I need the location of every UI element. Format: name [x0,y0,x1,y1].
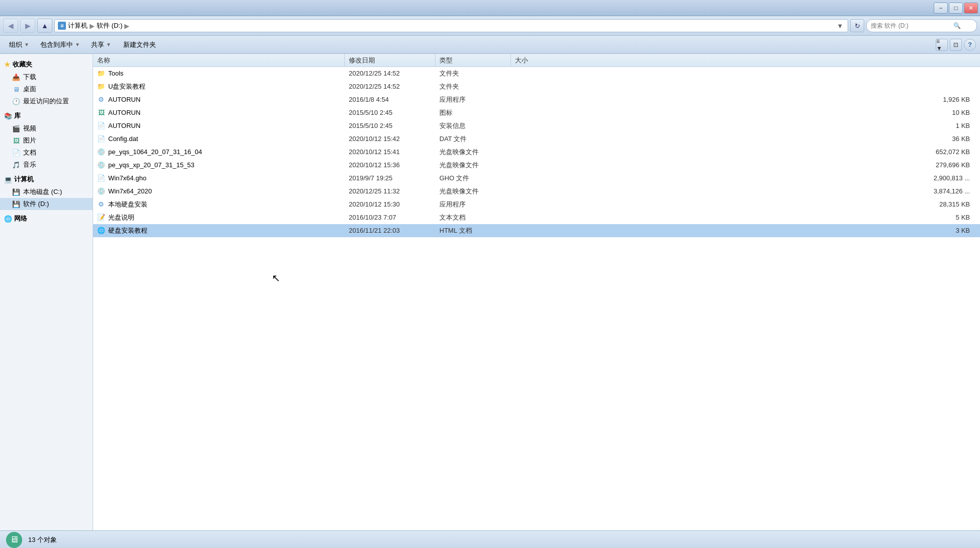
menu-bar: 组织 ▼ 包含到库中 ▼ 共享 ▼ 新建文件夹 ≡ ▼ ⊡ ? [0,36,980,54]
sidebar-item-recent[interactable]: 🕐 最近访问的位置 [0,95,93,107]
file-name-text: 光盘说明 [108,213,134,222]
table-row[interactable]: 🖼 AUTORUN 2015/5/10 2:45 图标 10 KB [93,106,980,119]
cell-size: 2,900,813 ... [511,174,980,182]
file-icon: 📄 [97,174,105,182]
hdd-d-icon: 💾 [12,200,20,208]
file-name-text: Win7x64_2020 [108,187,152,195]
file-icon: 📄 [97,122,105,130]
sidebar-drive-d-label: 软件 (D:) [23,199,49,209]
sidebar-item-drive-d[interactable]: 💾 软件 (D:) [0,198,93,210]
cell-date: 2016/1/8 4:54 [345,96,435,103]
sidebar-header-library[interactable]: 📚 库 [0,109,93,122]
file-name-text: pe_yqs_xp_20_07_31_15_53 [108,161,194,169]
cell-size: 10 KB [511,109,980,116]
menu-include-library[interactable]: 包含到库中 ▼ [35,38,85,51]
sidebar-header-computer[interactable]: 💻 计算机 [0,173,93,186]
table-row[interactable]: 💿 pe_yqs_1064_20_07_31_16_04 2020/10/12 … [93,146,980,159]
cell-size: 1 KB [511,122,980,129]
cell-date: 2019/9/7 19:25 [345,174,435,182]
col-header-size[interactable]: 大小 [511,54,980,66]
search-input[interactable] [871,22,951,29]
sidebar-download-label: 下载 [23,73,36,82]
cell-size: 5 KB [511,214,980,221]
sidebar-header-favorites[interactable]: ★ 收藏夹 [0,58,93,71]
minimize-button[interactable]: − [934,3,948,14]
sidebar-item-doc[interactable]: 📄 文档 [0,147,93,159]
sidebar-item-drive-c[interactable]: 💾 本地磁盘 (C:) [0,186,93,198]
menu-include-library-label: 包含到库中 [40,40,73,49]
cell-name: 🖼 AUTORUN [93,109,345,117]
menu-organize[interactable]: 组织 ▼ [4,38,34,51]
table-row[interactable]: 🌐 硬盘安装教程 2016/11/21 22:03 HTML 文档 3 KB [93,224,980,237]
table-row[interactable]: 📄 Config.dat 2020/10/12 15:42 DAT 文件 36 … [93,132,980,146]
cell-date: 2015/5/10 2:45 [345,122,435,129]
help-button[interactable]: ? [964,39,976,51]
cell-name: ⚙ AUTORUN [93,96,345,104]
sidebar-item-desktop[interactable]: 🖥 桌面 [0,83,93,95]
table-row[interactable]: 💿 pe_yqs_xp_20_07_31_15_53 2020/10/12 15… [93,159,980,172]
sidebar-item-video[interactable]: 🎬 视频 [0,122,93,134]
table-row[interactable]: ⚙ AUTORUN 2016/1/8 4:54 应用程序 1,926 KB [93,93,980,106]
cell-size: 28,315 KB [511,200,980,208]
cell-name: 📝 光盘说明 [93,213,345,222]
content-area: 名称 修改日期 类型 大小 📁 Tools 2020/12/25 14:52 文… [93,54,980,530]
preview-pane-button[interactable]: ⊡ [950,39,962,51]
breadcrumb-sep1: ▶ [90,22,95,30]
cell-size: 3 KB [511,227,980,234]
search-bar[interactable]: 🔍 [866,19,977,32]
cell-name: 📄 Config.dat [93,135,345,143]
table-row[interactable]: 📁 U盘安装教程 2020/12/25 14:52 文件夹 [93,80,980,93]
menu-share[interactable]: 共享 ▼ [86,38,116,51]
cell-name: 💿 pe_yqs_1064_20_07_31_16_04 [93,148,345,156]
address-bar[interactable]: 🖥 计算机 ▶ 软件 (D:) ▶ ▼ [54,19,848,32]
menu-new-folder[interactable]: 新建文件夹 [117,38,162,51]
column-header: 名称 修改日期 类型 大小 [93,54,980,67]
sidebar-desktop-label: 桌面 [23,85,36,94]
cell-date: 2020/10/12 15:42 [345,135,435,143]
col-header-type[interactable]: 类型 [435,54,511,66]
file-icon: 💿 [97,161,105,169]
forward-button[interactable]: ▶ [20,19,35,33]
table-row[interactable]: 📄 AUTORUN 2015/5/10 2:45 安装信息 1 KB [93,119,980,132]
address-dropdown-button[interactable]: ▼ [836,21,845,30]
up-button[interactable]: ▲ [37,19,52,33]
sidebar-item-music[interactable]: 🎵 音乐 [0,159,93,171]
main-layout: ★ 收藏夹 📥 下载 🖥 桌面 🕐 最近访问的位置 📚 库 � [0,54,980,530]
close-button[interactable]: ✕ [964,3,978,14]
table-row[interactable]: 📄 Win7x64.gho 2019/9/7 19:25 GHO 文件 2,90… [93,172,980,185]
maximize-button[interactable]: □ [949,3,963,14]
cell-size: 1,926 KB [511,96,980,103]
table-row[interactable]: ⚙ 本地硬盘安装 2020/10/12 15:30 应用程序 28,315 KB [93,198,980,211]
table-row[interactable]: 📝 光盘说明 2016/10/23 7:07 文本文档 5 KB [93,211,980,224]
statusbar-icon: 🖥 [6,532,22,548]
breadcrumb-computer: 计算机 [68,21,88,30]
col-header-date[interactable]: 修改日期 [345,54,435,66]
cell-name: 📁 Tools [93,70,345,78]
sidebar-section-library: 📚 库 🎬 视频 🖼 图片 📄 文档 🎵 音乐 [0,109,93,171]
file-name-text: Win7x64.gho [108,174,146,182]
back-button[interactable]: ◀ [3,19,18,33]
view-toggle-button[interactable]: ≡ ▼ [936,39,948,51]
table-row[interactable]: 💿 Win7x64_2020 2020/12/25 11:32 光盘映像文件 3… [93,185,980,198]
menu-share-arrow: ▼ [106,42,111,47]
sidebar-item-image[interactable]: 🖼 图片 [0,134,93,147]
table-row[interactable]: 📁 Tools 2020/12/25 14:52 文件夹 [93,67,980,80]
sidebar-header-network[interactable]: 🌐 网络 [0,212,93,225]
file-name-text: AUTORUN [108,96,140,103]
refresh-button[interactable]: ↻ [850,19,864,32]
cell-type: DAT 文件 [435,134,511,144]
cell-name: 📄 AUTORUN [93,122,345,130]
cell-name: 📁 U盘安装教程 [93,82,345,91]
file-icon: 📁 [97,83,105,91]
cell-date: 2016/11/21 22:03 [345,227,435,234]
cell-size: 652,072 KB [511,148,980,156]
titlebar-buttons: − □ ✕ [934,3,978,14]
sidebar-doc-label: 文档 [23,148,36,157]
cell-type: 图标 [435,108,511,117]
file-icon: 📄 [97,135,105,143]
download-icon: 📥 [12,73,20,81]
computer-icon: 💻 [4,176,12,183]
col-header-name[interactable]: 名称 [93,54,345,66]
sidebar-item-download[interactable]: 📥 下载 [0,71,93,83]
recent-icon: 🕐 [12,97,20,105]
